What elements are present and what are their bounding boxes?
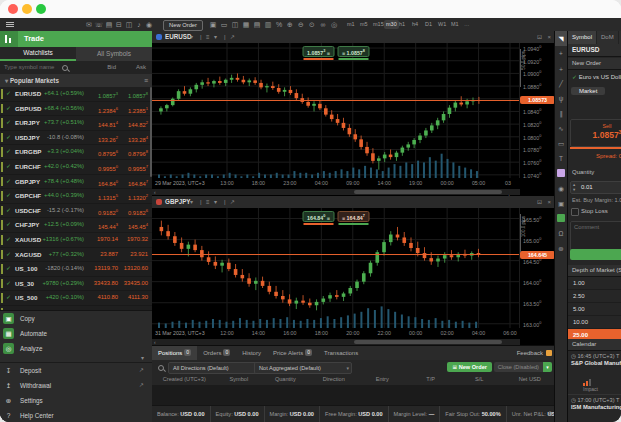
symbol-row-us_100[interactable]: ✓US_100-1820 (-0.14%)13119.7013120.60 bbox=[0, 262, 152, 277]
chart-sell-button[interactable]: 164.840 ≡ bbox=[303, 211, 335, 222]
tab-price-alerts[interactable]: Price Alerts0 bbox=[267, 346, 318, 360]
color-swatch-tool[interactable] bbox=[555, 166, 567, 181]
dom-row[interactable]: 2.50 bbox=[568, 290, 621, 303]
layout-split-icon[interactable]: ◫ bbox=[230, 18, 240, 31]
tab-orders[interactable]: Orders0 bbox=[197, 346, 236, 360]
chat-icon[interactable]: ▣ bbox=[208, 18, 218, 31]
menu-item-deposit[interactable]: ↧Deposit↗ bbox=[0, 363, 152, 378]
feedback-link[interactable]: Feedback bbox=[517, 346, 552, 360]
new-order-button[interactable]: ⊞ New Order bbox=[447, 362, 492, 372]
scrollbar-thumb[interactable] bbox=[354, 190, 501, 194]
tab-positions[interactable]: Positions0 bbox=[152, 346, 197, 360]
symbol-row-us_500[interactable]: ✓US_500+420 (+0.10%)4110.804111.30 bbox=[0, 291, 152, 306]
wave-tool-icon[interactable]: ∿ bbox=[555, 121, 567, 136]
stepper-arrows-icon[interactable]: ▴▾ bbox=[573, 182, 575, 192]
symbol-row-eurusd[interactable]: ✓EURUSD+64.1 (+0.59%)1.085731.08578 bbox=[0, 87, 152, 102]
new-order-toolbar-button[interactable]: New Order bbox=[163, 20, 203, 31]
quantity-stepper[interactable]: ▴▾ 0.01 bbox=[570, 181, 621, 194]
dom-row[interactable]: 5.00 bbox=[568, 303, 621, 316]
list-menu-icon[interactable]: ≡ bbox=[144, 74, 148, 87]
rectangle-tool-icon[interactable]: ▭ bbox=[555, 136, 567, 151]
menu-item-automate[interactable]: ▦Automate bbox=[0, 326, 152, 341]
layout-columns-icon[interactable]: ▥ bbox=[263, 18, 273, 31]
symbol-row-gbpchf[interactable]: ✓GBPCHF+44.0 (+0.39%)1.131551.13202 bbox=[0, 189, 152, 204]
timeframe-h4[interactable]: h4 bbox=[410, 20, 420, 29]
envelope-icon[interactable]: ✉ bbox=[84, 18, 94, 31]
chart-buy-button[interactable]: ≡ 1.08578 bbox=[338, 46, 370, 57]
timeframe-D1[interactable]: D1 bbox=[423, 20, 434, 29]
symbol-row-usdchf[interactable]: ✓USDCHF-15.2 (-0.17%)0.918200.91826 bbox=[0, 204, 152, 219]
zoom-out-icon[interactable]: ⊖ bbox=[296, 18, 306, 31]
close-chart-icon[interactable]: × bbox=[547, 31, 551, 43]
symbol-row-chfjpy[interactable]: ✓CHFJPY+12.5 (+0.09%)145.443145.454 bbox=[0, 218, 152, 233]
tab-history[interactable]: History bbox=[236, 346, 267, 360]
chevron-down-icon[interactable]: ▾ bbox=[214, 31, 217, 43]
symbol-search-input[interactable]: Type symbol name bbox=[4, 61, 54, 74]
direction-filter-select[interactable]: All Directions (Default)▾ bbox=[168, 362, 262, 374]
timeframe-W1[interactable]: W1 bbox=[436, 20, 448, 29]
menu-item-help-center[interactable]: ?Help Center bbox=[0, 408, 152, 422]
hamburger-menu-icon[interactable] bbox=[6, 22, 14, 23]
scrollbar-thumb[interactable] bbox=[354, 340, 501, 344]
chevron-down-icon[interactable]: ▾ bbox=[190, 31, 193, 43]
menu-item-analyze[interactable]: ◎Analyze bbox=[0, 341, 152, 356]
comment-tool-icon[interactable]: ▣ bbox=[555, 196, 567, 211]
menu-item-withdrawal[interactable]: ↥Withdrawal↗ bbox=[0, 378, 152, 393]
dom-row[interactable]: 10.00 bbox=[568, 316, 621, 329]
menu-item-settings[interactable]: ⊛Settings bbox=[0, 393, 152, 408]
watchlist-tab-watchlists[interactable]: Watchlists bbox=[0, 47, 76, 61]
maximize-chart-icon[interactable]: ⊡ bbox=[537, 31, 542, 43]
right-tab-symbol[interactable]: Symbol bbox=[568, 31, 596, 44]
layout-list-icon[interactable]: ▤ bbox=[104, 18, 114, 31]
phone-icon[interactable]: ☏ bbox=[94, 18, 104, 31]
symbol-row-eurchf[interactable]: ✓EURCHF+42.0 (+0.42%)0.995500.99557 bbox=[0, 160, 152, 175]
timeframe-m1[interactable]: m1 bbox=[345, 20, 357, 29]
crosshair-tool-icon[interactable]: + bbox=[555, 46, 567, 61]
aggregation-filter-select[interactable]: Not Aggregated (Default)▾ bbox=[254, 362, 352, 374]
scroll-left-arrow[interactable]: ‹ bbox=[154, 189, 156, 195]
symbol-row-eurgbp[interactable]: ✓EURGBP+3.3 (+0.04%)0.879560.87968 bbox=[0, 145, 152, 160]
chart-type-icon[interactable]: ≡ bbox=[206, 196, 210, 208]
symbol-row-xagusd[interactable]: ✓XAGUSD+77 (+0.32%)23.88723.921 bbox=[0, 248, 152, 263]
symbol-row-xauusd[interactable]: ✓XAUUSD+1316 (+0.67%)1970.141970.32 bbox=[0, 233, 152, 248]
sell-price-box[interactable]: Sell 1.08573 bbox=[570, 119, 621, 147]
layout-rows-icon[interactable]: ▤ bbox=[252, 18, 262, 31]
timeframe-m5[interactable]: m5 bbox=[358, 20, 370, 29]
speaker-icon[interactable]: ♪ bbox=[134, 18, 144, 31]
timeframe-h1[interactable]: h1 bbox=[397, 20, 407, 29]
maximize-window-button[interactable] bbox=[36, 4, 46, 14]
chart-scrollbar[interactable]: ‹ bbox=[152, 189, 520, 195]
chart-plot[interactable]: 164.840 ≡≡ 164.847 bbox=[152, 208, 520, 328]
record-icon[interactable]: ◉ bbox=[144, 18, 154, 31]
chart-type-icon[interactable]: ≡ bbox=[206, 31, 210, 43]
alert-bell-icon[interactable]: Ω bbox=[555, 226, 567, 241]
chart-sell-button[interactable]: 1.08573 ≡ bbox=[303, 46, 335, 57]
share-icon[interactable]: ↗ bbox=[230, 31, 235, 43]
place-order-button[interactable] bbox=[570, 249, 621, 260]
symbol-row-us_30[interactable]: ✓US_30+9780 (+0.29%)33433.8033435.00 bbox=[0, 277, 152, 292]
maximize-chart-icon[interactable]: ⊡ bbox=[537, 196, 542, 208]
quick-trade-swatch[interactable] bbox=[555, 211, 567, 226]
trendline-tool-icon[interactable]: ╱ bbox=[555, 76, 567, 91]
cursor-tool-icon[interactable]: ◥ bbox=[555, 31, 567, 46]
link-icon[interactable]: ∞ bbox=[318, 18, 328, 31]
symbol-row-gbpjpy[interactable]: ✓GBPJPY+78.4 (+0.48%)164.840164.847 bbox=[0, 175, 152, 190]
right-tab-dom[interactable]: DoM bbox=[597, 31, 618, 44]
price-axis[interactable]: 1.094001.092001.090001.088001.086001.084… bbox=[519, 43, 556, 178]
channel-tool-icon[interactable]: ∥ bbox=[555, 106, 567, 121]
chart-plot[interactable]: 1.08573 ≡≡ 1.08578 bbox=[152, 43, 520, 178]
settings-gear-icon[interactable]: ⊛ bbox=[547, 406, 553, 422]
chart-settings-gear-icon[interactable]: ⊛ bbox=[555, 241, 567, 256]
tab-transactions[interactable]: Transactions bbox=[318, 346, 364, 360]
share-icon[interactable]: ↗ bbox=[230, 196, 235, 208]
close-options-caret[interactable]: ▾ bbox=[543, 362, 552, 372]
timeframe-…[interactable]: … bbox=[462, 20, 472, 29]
globe-icon[interactable]: ◎ bbox=[329, 18, 339, 31]
symbol-row-gbpusd[interactable]: ✓GBPUSD+68.4 (+0.56%)1.238461.23851 bbox=[0, 102, 152, 117]
search-icon[interactable] bbox=[158, 365, 164, 371]
pitchfork-tool-icon[interactable]: ψ bbox=[555, 91, 567, 106]
stop-loss-row[interactable]: Stop Loss bbox=[568, 207, 621, 217]
close-position-button[interactable]: Close (Disabled) bbox=[494, 362, 543, 372]
calendar-event[interactable]: ◷ 17:00 (UTC+3) TISM Manufacturing PImpa… bbox=[568, 395, 621, 422]
popular-markets-section[interactable]: ▾ Popular Markets ≡ bbox=[0, 74, 152, 88]
